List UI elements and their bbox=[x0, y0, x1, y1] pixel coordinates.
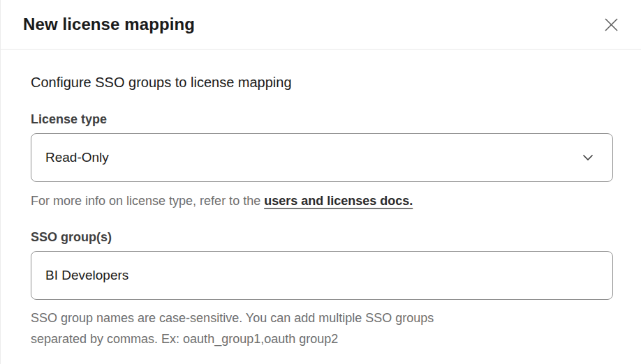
license-type-group: License type Read-Only For more info on … bbox=[31, 112, 613, 211]
license-type-help-text: For more info on license type, refer to … bbox=[31, 194, 264, 208]
sso-groups-help-line1: SSO group names are case-sensitive. You … bbox=[31, 308, 613, 328]
modal-body: Configure SSO groups to license mapping … bbox=[1, 50, 641, 349]
modal-header: New license mapping bbox=[1, 0, 641, 50]
license-type-select[interactable]: Read-Only bbox=[31, 133, 613, 182]
chevron-down-icon bbox=[582, 154, 594, 161]
section-heading: Configure SSO groups to license mapping bbox=[31, 75, 613, 91]
sso-groups-input[interactable] bbox=[31, 252, 612, 299]
sso-groups-field bbox=[31, 251, 613, 300]
users-and-licenses-docs-link[interactable]: users and licenses docs. bbox=[264, 194, 413, 208]
close-button[interactable] bbox=[601, 15, 621, 34]
sso-groups-help-line2: separated by commas. Ex: oauth_group1,oa… bbox=[31, 328, 613, 349]
modal-title: New license mapping bbox=[23, 15, 195, 34]
license-type-selected-value: Read-Only bbox=[31, 150, 109, 165]
license-type-label: License type bbox=[31, 112, 613, 127]
sso-groups-group: SSO group(s) SSO group names are case-se… bbox=[31, 230, 613, 349]
close-icon bbox=[603, 17, 619, 33]
sso-groups-help: SSO group names are case-sensitive. You … bbox=[31, 308, 613, 349]
license-type-help: For more info on license type, refer to … bbox=[31, 190, 613, 211]
new-license-mapping-modal: New license mapping Configure SSO groups… bbox=[0, 0, 641, 364]
sso-groups-label: SSO group(s) bbox=[31, 230, 613, 245]
